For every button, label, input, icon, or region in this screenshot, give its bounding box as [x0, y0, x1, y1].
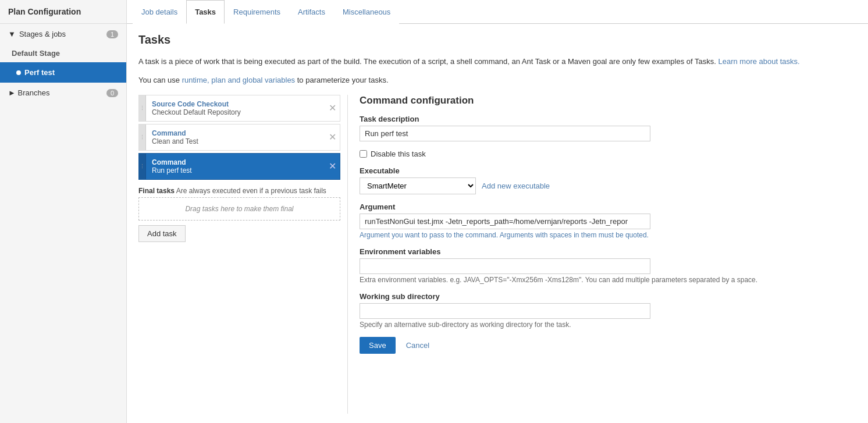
tab-miscellaneous[interactable]: Miscellaneous: [334, 0, 399, 24]
tab-tasks[interactable]: Tasks: [186, 0, 225, 24]
env-vars-help: Extra environment variables. e.g. JAVA_O…: [360, 276, 856, 284]
perf-test-label: Perf test: [24, 68, 55, 77]
task-description-input[interactable]: [360, 126, 650, 141]
env-vars-group: Environment variables Extra environment …: [360, 247, 856, 284]
variables-link[interactable]: runtime, plan and global variables: [182, 76, 295, 84]
sidebar-item-stages[interactable]: ▼ Stages & jobs 1: [0, 24, 126, 44]
page-title: Tasks: [138, 33, 856, 47]
executable-group: Executable SmartMeter Add new executable: [360, 166, 856, 194]
learn-more-link[interactable]: Learn more about tasks.: [718, 57, 800, 66]
task-type: Source Code Checkout: [152, 100, 334, 108]
remove-task-icon[interactable]: ✕: [329, 133, 336, 142]
tab-artifacts[interactable]: Artifacts: [289, 0, 334, 24]
working-dir-label: Working sub directory: [360, 292, 856, 301]
task-type: Command: [152, 129, 334, 137]
task-type: Command: [152, 158, 334, 166]
task-name: Checkout Default Repository: [152, 108, 334, 116]
description-line2: You can use runtime, plan and global var…: [138, 74, 856, 86]
drag-handle-icon: ⋮: [139, 154, 146, 179]
save-button[interactable]: Save: [360, 337, 396, 354]
disable-task-row: Disable this task: [360, 150, 856, 158]
stages-badge: 1: [106, 30, 118, 38]
task-description-group: Task description: [360, 115, 856, 141]
argument-input[interactable]: [360, 214, 650, 229]
final-tasks-drop-zone: Drag tasks here to make them final: [138, 197, 340, 221]
add-task-button[interactable]: Add task: [138, 225, 186, 242]
working-dir-input[interactable]: [360, 303, 650, 319]
tasks-layout: ⋮ Source Code Checkout Checkout Default …: [138, 95, 856, 414]
task-list-panel: ⋮ Source Code Checkout Checkout Default …: [138, 95, 348, 414]
env-vars-label: Environment variables: [360, 247, 856, 256]
add-executable-link[interactable]: Add new executable: [482, 182, 550, 190]
disable-task-label[interactable]: Disable this task: [371, 150, 426, 158]
argument-label: Argument: [360, 202, 856, 211]
content-area: Tasks A task is a piece of work that is …: [127, 24, 868, 423]
command-config-panel: Command configuration Task description D…: [348, 95, 856, 414]
sidebar-item-label: Stages & jobs: [19, 30, 66, 38]
env-vars-input[interactable]: [360, 258, 650, 274]
task-name: Run perf test: [152, 166, 334, 175]
drag-handle-icon: ⋮: [139, 125, 146, 150]
chevron-down-icon: ▼: [8, 30, 16, 38]
task-name: Clean and Test: [152, 137, 334, 145]
task-item[interactable]: ⋮ Source Code Checkout Checkout Default …: [138, 95, 340, 122]
disable-task-checkbox[interactable]: [360, 150, 367, 158]
executable-select[interactable]: SmartMeter: [360, 177, 476, 194]
working-dir-help: Specify an alternative sub-directory as …: [360, 321, 856, 329]
task-item[interactable]: ⋮ Command Clean and Test ✕: [138, 124, 340, 151]
chevron-right-icon: ►: [8, 88, 16, 97]
argument-help: Argument you want to pass to the command…: [360, 231, 856, 239]
drag-handle-icon: ⋮: [139, 95, 146, 121]
argument-group: Argument Argument you want to pass to th…: [360, 202, 856, 239]
description-line1: A task is a piece of work that is being …: [138, 56, 856, 67]
sidebar-item-perf-test[interactable]: Perf test: [0, 62, 126, 83]
action-buttons: Save Cancel: [360, 337, 856, 354]
cancel-button[interactable]: Cancel: [400, 337, 435, 354]
panel-title: Command configuration: [360, 95, 856, 106]
branches-badge: 0: [106, 89, 118, 97]
task-description-label: Task description: [360, 115, 856, 123]
final-tasks-label: Final tasks Are always executed even if …: [138, 182, 340, 197]
branches-label: Branches: [18, 88, 50, 97]
task-item-active[interactable]: ⋮ Command Run perf test ✕: [138, 153, 340, 180]
sidebar: Plan Configuration ▼ Stages & jobs 1 Def…: [0, 0, 127, 423]
executable-label: Executable: [360, 166, 856, 175]
tab-job-details[interactable]: Job details: [133, 0, 186, 24]
main-panel: Job details Tasks Requirements Artifacts…: [127, 0, 868, 423]
tab-requirements[interactable]: Requirements: [225, 0, 289, 24]
working-dir-group: Working sub directory Specify an alterna…: [360, 292, 856, 329]
tab-bar: Job details Tasks Requirements Artifacts…: [127, 0, 868, 24]
sidebar-default-stage[interactable]: Default Stage: [0, 44, 126, 62]
sidebar-title: Plan Configuration: [0, 0, 126, 24]
bullet-icon: [16, 70, 21, 75]
remove-task-icon[interactable]: ✕: [329, 162, 336, 171]
remove-task-icon[interactable]: ✕: [329, 104, 336, 113]
sidebar-item-branches[interactable]: ► Branches 0: [0, 83, 126, 103]
